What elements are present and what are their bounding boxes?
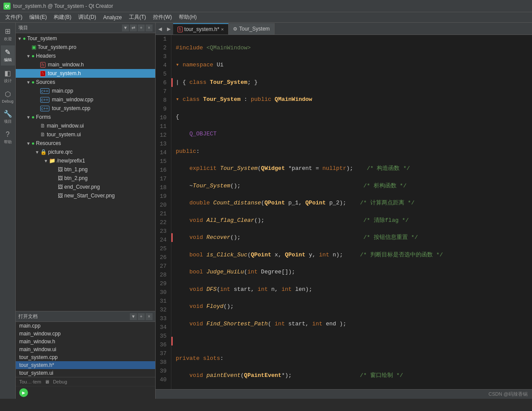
line-numbers: 1 2 3 4 5 6 7 8 9 10 11 12 13 14 15 16 1… [156,35,171,389]
ln-32: 32 [158,306,168,314]
run-icon: ▶ [22,390,25,396]
sidebar-item-welcome[interactable]: ⊞ 欢迎 [1,24,15,45]
code-line-11: void All_flag_Clear(); /* 清除flag */ [176,216,528,225]
open-docs-list: main.cpp main_window.cpp main_window.h m… [16,322,155,377]
bottom-label-debug: Debug [53,379,67,384]
ln-29: 29 [158,280,168,288]
open-doc-tour-system-h[interactable]: tour_system.h* [16,361,155,369]
sidebar-item-help[interactable]: ? 帮助 [1,128,15,148]
open-doc-main-window-cpp[interactable]: main_window.cpp [16,330,155,338]
ln-19: 19 [158,192,168,201]
tree-item-btn1[interactable]: 🖼 btn_1.png [16,165,155,174]
open-docs-add-btn[interactable]: + [138,313,145,320]
open-doc-main-cpp[interactable]: main.cpp [16,322,155,330]
run-button[interactable]: ▶ [19,388,28,397]
tree-label-end-cover: end_Cover.png [64,184,100,190]
debug-icon: ⬡ [5,90,11,98]
sidebar-item-debug[interactable]: ⬡ Debug [1,87,15,106]
ln-1: 1 [158,35,168,44]
sidebar-label-edit: 编辑 [4,57,12,63]
menu-build[interactable]: 构建(B) [50,13,75,22]
tree-item-prefix[interactable]: ▼ 📁 /new/prefix1 [16,156,155,165]
welcome-icon: ⊞ [5,27,10,35]
cpp-icon-2: c++ [40,97,49,103]
tree-item-btn2[interactable]: 🖼 btn_2.png [16,174,155,183]
link-btn[interactable]: ⇄ [130,24,137,31]
ln-39: 39 [158,367,168,376]
ln-26: 26 [158,253,168,262]
tree-label-main-window-cpp: main_window.cpp [52,97,94,103]
tree-item-main-window-ui[interactable]: 🗎 main_window.ui [16,121,155,130]
code-line-1: #include <QMainWindow> [176,44,528,52]
code-line-18 [176,337,528,345]
tab-h-icon: h [177,27,183,32]
code-line-16: void Floyd(); [176,302,528,311]
forms-folder-icon: ● [31,114,35,120]
tree-item-main-cpp[interactable]: c++ main.cpp [16,86,155,95]
tree-item-tour-system-h[interactable]: h tour_system.h [16,69,155,78]
open-doc-tour-system-ui[interactable]: tour_system.ui [16,369,155,377]
tab-tour-system[interactable]: ⚙ Tour_System [229,23,275,35]
tree-item-root[interactable]: ▼ ● Tour_system [16,34,155,43]
code-line-5: { [176,113,528,121]
menu-help[interactable]: 帮助(H) [175,13,200,22]
menu-edit[interactable]: 编辑(E) [26,13,50,22]
sidebar-item-edit[interactable]: ✎ 编辑 [1,45,15,66]
tree-label-main-window-ui: main_window.ui [47,123,84,129]
tree-item-main-window-h[interactable]: h main_window.h [16,60,155,69]
tree-item-main-window-cpp[interactable]: c++ main_window.cpp [16,95,155,104]
menu-file[interactable]: 文件(F) [2,13,26,22]
ln-6: 6 [158,79,168,87]
open-doc-main-window-ui[interactable]: main_window.ui [16,345,155,353]
edit-icon: ✎ [5,48,10,56]
code-line-10: double Count_distanse(QPoint p_1, QPoint… [176,199,528,207]
menu-controls[interactable]: 控件(W) [150,13,175,22]
tab-label-tour-system: Tour_System [239,26,270,32]
filter-btn[interactable]: ▼ [122,24,129,31]
file-tree: ▼ ● Tour_system ▣ Tour_system.pro ▼ [16,33,155,311]
tree-label-headers: Headers [36,53,56,59]
menu-debug[interactable]: 调试(D) [75,13,100,22]
ln-35: 35 [158,332,168,341]
tree-item-resources[interactable]: ▼ ● Resources [16,139,155,148]
tree-item-tour-system-ui[interactable]: 🗎 tour_system.ui [16,130,155,139]
tree-item-tour-system-cpp[interactable]: c++ tour_system.cpp [16,104,155,113]
tab-tour-system-h[interactable]: h tour_system.h* × [173,23,229,35]
open-docs-filter-btn[interactable]: ▼ [130,313,137,320]
tab-nav-right[interactable]: ▶ [164,23,173,35]
sources-folder-icon: ● [31,79,35,85]
close-panel-btn[interactable]: × [146,24,153,31]
ln-24: 24 [158,236,168,245]
open-doc-tour-system-cpp[interactable]: tour_system.cpp [16,353,155,361]
project-panel-title: 项目 [18,24,122,31]
open-doc-main-window-h[interactable]: main_window.h [16,338,155,345]
ln-31: 31 [158,297,168,306]
ln-15: 15 [158,157,168,166]
sidebar-label-design: 设计 [4,78,12,84]
code-content[interactable]: #include <QMainWindow> ▾ namespace Ui | … [171,35,532,389]
tree-item-forms[interactable]: ▼ ● Forms [16,113,155,121]
add-btn[interactable]: + [138,24,145,31]
resources-arrow: ▼ [26,141,31,146]
menu-tools[interactable]: 工具(T) [125,13,150,22]
tab-nav-left[interactable]: ◀ [156,23,164,35]
tab-close-tour-system-h[interactable]: × [221,27,224,32]
tree-item-start-cover[interactable]: 🖼 new_Start_Cover.png [16,191,155,200]
open-docs-header: 打开文档 ▼ + × [16,311,155,322]
tree-item-end-cover[interactable]: 🖼 end_Cover.png [16,183,155,191]
sidebar-item-design[interactable]: ◧ 设计 [1,66,15,86]
qrc-arrow: ▼ [35,150,40,155]
sidebar-icons: ⊞ 欢迎 ✎ 编辑 ◧ 设计 ⬡ Debug 🔧 项目 ? 帮助 [0,23,16,399]
tree-label-tour-system-ui: tour_system.ui [47,131,81,138]
ln-5: 5 [158,70,168,79]
code-line-20: void paintEvent(QPaintEvent*); /* 窗口绘制 *… [176,371,528,380]
tree-label-btn2: btn_2.png [64,175,87,181]
tree-item-headers[interactable]: ▼ ● Headers [16,52,155,60]
open-docs-close-btn[interactable]: × [146,313,153,320]
tree-item-pro[interactable]: ▣ Tour_system.pro [16,43,155,52]
tree-item-sources[interactable]: ▼ ● Sources [16,78,155,86]
sidebar-item-project[interactable]: 🔧 项目 [1,107,15,127]
menu-analyze[interactable]: Analyze [100,14,125,21]
code-editor[interactable]: 1 2 3 4 5 6 7 8 9 10 11 12 13 14 15 16 1… [156,35,532,389]
tree-item-picture-qrc[interactable]: ▼ 🔒 picture.qrc [16,148,155,156]
